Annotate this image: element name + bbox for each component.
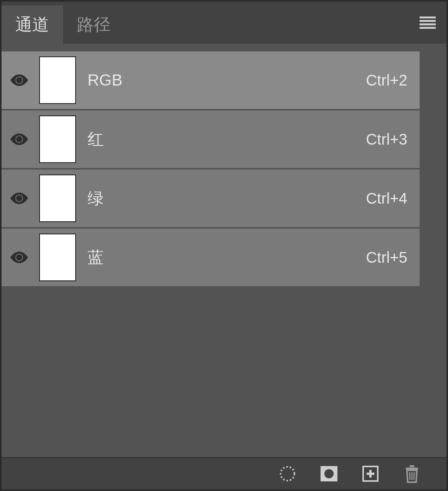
eye-icon <box>10 74 28 86</box>
tab-label: 通道 <box>15 13 49 36</box>
svg-point-12 <box>281 467 294 481</box>
svg-point-14 <box>324 469 334 478</box>
panel-menu-button[interactable] <box>420 16 436 29</box>
svg-rect-0 <box>420 16 436 18</box>
new-channel-icon <box>362 465 379 482</box>
channel-name: 红 <box>88 129 366 150</box>
new-channel-button[interactable] <box>360 464 380 484</box>
svg-rect-2 <box>420 23 436 25</box>
tab-bar: 通道 路径 <box>2 2 446 44</box>
save-mask-icon <box>320 465 338 482</box>
svg-rect-19 <box>410 465 414 467</box>
svg-rect-17 <box>367 473 374 475</box>
svg-rect-18 <box>406 468 418 470</box>
channel-shortcut: Ctrl+3 <box>366 131 407 148</box>
delete-channel-button[interactable] <box>402 464 422 484</box>
panel-footer <box>2 457 446 489</box>
channel-row-green[interactable]: 绿 Ctrl+4 <box>2 170 420 227</box>
svg-point-8 <box>16 195 22 201</box>
channel-name: RGB <box>88 71 366 89</box>
channel-thumbnail <box>39 175 76 222</box>
channel-thumbnail <box>39 56 76 104</box>
svg-line-20 <box>410 472 410 480</box>
svg-rect-1 <box>420 20 436 22</box>
eye-icon <box>10 252 28 263</box>
menu-icon <box>420 16 436 29</box>
channel-shortcut: Ctrl+4 <box>366 190 407 207</box>
eye-icon <box>10 133 28 145</box>
tab-channels[interactable]: 通道 <box>2 5 63 44</box>
channel-row-red[interactable]: 红 Ctrl+3 <box>2 110 420 168</box>
channel-shortcut: Ctrl+2 <box>366 72 407 89</box>
tab-label: 路径 <box>77 13 111 36</box>
svg-rect-3 <box>420 27 436 29</box>
visibility-toggle[interactable] <box>8 193 30 204</box>
channel-row-rgb[interactable]: RGB Ctrl+2 <box>2 51 420 109</box>
channel-row-blue[interactable]: 蓝 Ctrl+5 <box>2 229 420 286</box>
save-mask-button[interactable] <box>319 464 339 484</box>
channel-name: 蓝 <box>88 247 366 268</box>
channels-panel: 通道 路径 <box>2 2 446 489</box>
visibility-toggle[interactable] <box>8 74 30 86</box>
load-selection-icon <box>279 465 296 482</box>
svg-point-4 <box>16 77 22 83</box>
svg-point-6 <box>16 136 22 142</box>
svg-point-10 <box>16 254 22 260</box>
delete-channel-icon <box>404 465 420 483</box>
channel-thumbnail <box>39 234 76 281</box>
channel-thumbnail <box>39 115 76 163</box>
visibility-toggle[interactable] <box>8 252 30 263</box>
channel-shortcut: Ctrl+5 <box>366 249 407 266</box>
channel-list: RGB Ctrl+2 红 Ctrl+3 <box>2 44 446 457</box>
load-selection-button[interactable] <box>278 464 298 484</box>
visibility-toggle[interactable] <box>8 133 30 145</box>
svg-line-22 <box>414 472 414 480</box>
tab-paths[interactable]: 路径 <box>63 5 124 44</box>
channel-name: 绿 <box>88 188 366 209</box>
eye-icon <box>10 193 28 204</box>
